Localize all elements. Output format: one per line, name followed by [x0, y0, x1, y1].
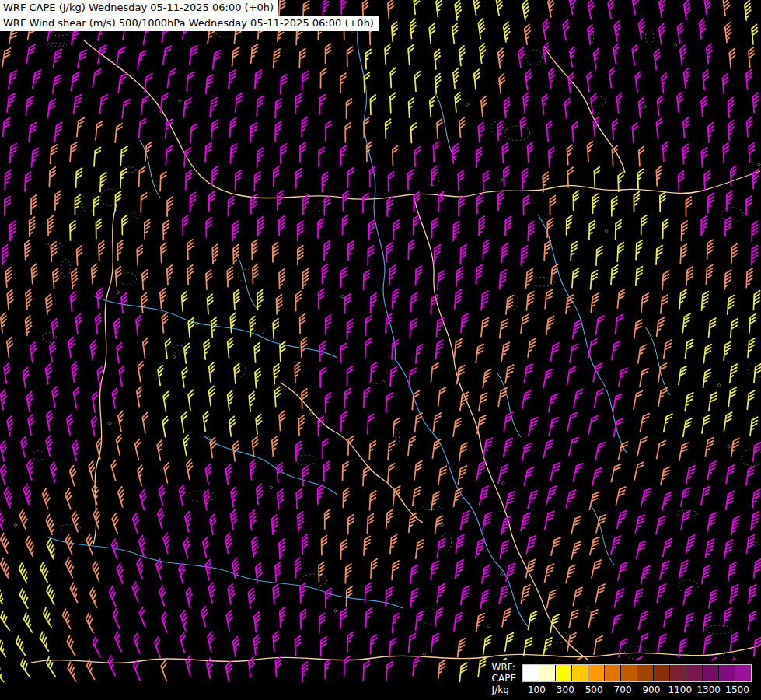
- legend-model-label: WRF:: [492, 663, 516, 672]
- legend-tick-value: 1100: [665, 685, 694, 695]
- legend-swatch: [686, 665, 703, 681]
- legend-tick-value: 1300: [694, 685, 723, 695]
- title-block: WRF CAPE (J/kg) Wednesday 05-11-2025 06:…: [0, 0, 379, 31]
- legend-swatch: [556, 665, 572, 681]
- legend-labels: WRF: CAPE: [492, 663, 516, 683]
- legend-swatch: [588, 665, 605, 681]
- legend-swatch: [539, 665, 556, 681]
- legend-tick-value: 700: [609, 685, 637, 695]
- legend-swatch: [621, 665, 637, 681]
- legend-colorbar: [522, 664, 752, 682]
- rivers: [47, 22, 670, 627]
- legend-swatch: [703, 665, 719, 681]
- legend-swatch: [572, 665, 588, 681]
- title-line-cape: WRF CAPE (J/kg) Wednesday 05-11-2025 06:…: [0, 0, 278, 16]
- legend-swatch: [719, 665, 735, 681]
- legend-swatch: [735, 665, 751, 681]
- wind-barb-field: [0, 0, 761, 682]
- weather-map: WRF CAPE (J/kg) Wednesday 05-11-2025 06:…: [0, 0, 761, 700]
- map-canvas: [0, 0, 761, 700]
- legend-tick-value: 900: [637, 685, 666, 695]
- legend-swatch: [605, 665, 621, 681]
- legend-tick-value: 500: [580, 685, 609, 695]
- legend-tick-values: 100300500700900110013001500: [522, 685, 752, 695]
- legend-tick-value: 100: [522, 685, 551, 695]
- legend-swatch: [654, 665, 670, 681]
- legend-swatch: [523, 665, 539, 681]
- legend-tick-value: 300: [551, 685, 580, 695]
- legend-swatch: [670, 665, 686, 681]
- legend-tick-value: 1500: [723, 685, 752, 695]
- title-line-shear: WRF Wind shear (m/s) 500/1000hPa Wednesd…: [0, 16, 379, 31]
- legend-unit-label: J/kg: [492, 685, 516, 695]
- legend-variable-label: CAPE: [492, 674, 516, 683]
- cape-legend: WRF: CAPE J/kg 1003005007009001100130015…: [487, 660, 756, 697]
- legend-swatch: [637, 665, 654, 681]
